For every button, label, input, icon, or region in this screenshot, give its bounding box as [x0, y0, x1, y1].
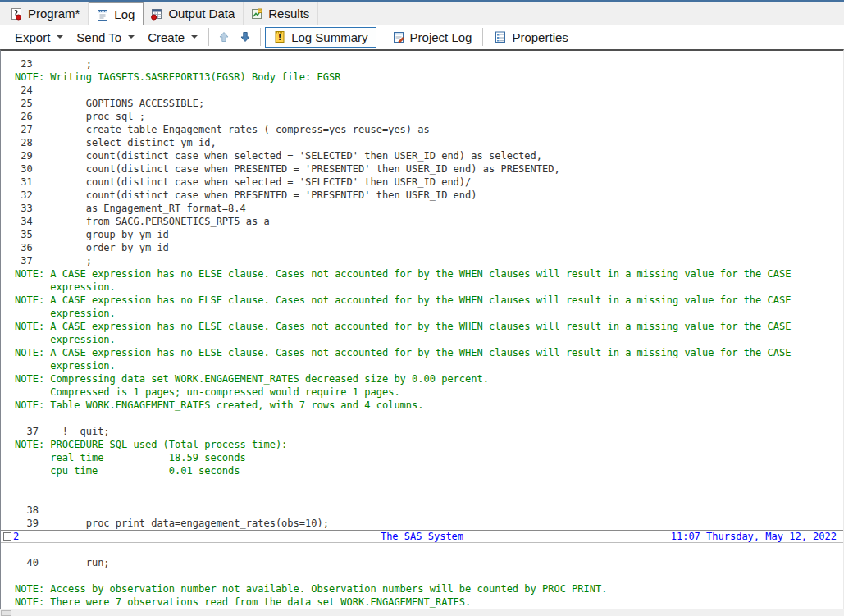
up-arrow-icon — [217, 30, 230, 43]
log-line: 35 group by ym_id — [1, 228, 843, 241]
toolbar-separator — [482, 28, 483, 46]
log-line: 30 count(distinct case when PRESENTED = … — [1, 162, 843, 176]
log-line: 27 create table Engagement_rates ( compr… — [1, 123, 843, 136]
log-line: NOTE: A CASE expression has no ELSE clau… — [1, 346, 843, 359]
log-line: 40 run; — [1, 556, 843, 569]
log-line: expression. — [1, 281, 843, 294]
log-line: Compressed is 1 pages; un-compressed wou… — [1, 386, 843, 399]
toolbar-separator — [381, 28, 381, 46]
chevron-down-icon — [57, 35, 63, 39]
log-line: 39 proc print data=engagement_rates(obs=… — [1, 517, 843, 530]
log-line: NOTE: A CASE expression has no ELSE clau… — [1, 294, 843, 307]
log-line: 23 ; — [1, 57, 843, 71]
log-line: NOTE: There were 7 observations read fro… — [1, 595, 843, 609]
tab-program[interactable]: Program* — [3, 2, 89, 25]
warning-note-icon: ! — [273, 30, 286, 43]
log-line: NOTE: Table WORK.ENGAGEMENT_RATES create… — [1, 399, 843, 412]
horizontal-scrollbar[interactable] — [0, 609, 844, 616]
log-line: expression. — [1, 333, 843, 346]
log-line: 37 ; — [1, 254, 843, 267]
output-data-icon — [150, 7, 163, 21]
send-to-button[interactable]: Send To — [70, 27, 141, 48]
log-line: NOTE: A CASE expression has no ELSE clau… — [1, 320, 843, 333]
log-line: expression. — [1, 359, 843, 372]
log-line: NOTE: Access by observation number not a… — [1, 582, 843, 595]
log-line: NOTE: A CASE expression has no ELSE clau… — [1, 267, 843, 281]
log-line: 33 as Engagement_RT format=8.4 — [1, 202, 843, 215]
export-button[interactable]: Export — [8, 27, 70, 48]
log-line: expression. — [1, 307, 843, 320]
program-icon — [10, 7, 23, 21]
tab-log-label: Log — [114, 7, 135, 21]
log-line: 25 GOPTIONS ACCESSIBLE; — [1, 97, 843, 110]
log-line: 24 — [1, 84, 843, 97]
down-arrow-icon — [239, 30, 252, 43]
page-break-row: 2The SAS System11:07 Thursday, May 12, 2… — [1, 530, 843, 543]
log-line: real time 18.59 seconds — [1, 451, 843, 464]
log-line: 29 count(distinct case when selected = '… — [1, 149, 843, 162]
log-line — [1, 569, 843, 582]
toolbar-separator — [208, 28, 209, 46]
log-line: 31 count(distinct case when selected = '… — [1, 176, 843, 189]
log-line: 32 count(distinct case when PRESENTED = … — [1, 189, 843, 202]
create-button-label: Create — [148, 30, 185, 44]
log-line: NOTE: PROCEDURE SQL used (Total process … — [1, 438, 843, 451]
next-item-button[interactable] — [235, 27, 256, 47]
log-line: cpu time 0.01 seconds — [1, 464, 843, 477]
log-summary-toggle-button[interactable]: ! Log Summary — [265, 27, 376, 48]
project-log-button[interactable]: Project Log — [386, 27, 479, 48]
log-line — [1, 543, 843, 556]
log-line: NOTE: Writing TAGSETS.SASREPORT13(EGSR) … — [1, 71, 843, 84]
send-to-button-label: Send To — [76, 30, 121, 44]
log-line — [1, 477, 843, 491]
page-header-timestamp: 11:07 Thursday, May 12, 2022 — [671, 532, 837, 542]
export-button-label: Export — [15, 30, 50, 44]
svg-text:!: ! — [278, 33, 282, 42]
create-button[interactable]: Create — [141, 27, 204, 48]
tab-program-label: Program* — [28, 7, 80, 21]
tab-log[interactable]: Log — [89, 2, 144, 25]
project-log-icon — [392, 30, 405, 43]
log-icon — [96, 8, 109, 21]
document-tab-bar: Program* Log Output Data — [0, 0, 844, 25]
log-line: 28 select distinct ym_id, — [1, 136, 843, 149]
properties-button[interactable]: Properties — [487, 27, 574, 48]
log-line: NOTE: Compressing data set WORK.ENGAGEME… — [1, 372, 843, 386]
log-toolbar: Export Send To Create ! — [0, 25, 844, 49]
log-content[interactable]: 23 ;NOTE: Writing TAGSETS.SASREPORT13(EG… — [0, 49, 844, 609]
properties-icon — [494, 30, 507, 43]
collapse-section-icon[interactable] — [3, 532, 11, 541]
log-line — [1, 491, 843, 504]
page-number: 2 — [13, 532, 19, 542]
tab-output-data[interactable]: Output Data — [144, 2, 244, 25]
page-header-title: The SAS System — [381, 532, 463, 542]
log-line: 34 from SACG.PERSONETICS_RPT5 as a — [1, 215, 843, 228]
log-line: 36 order by ym_id — [1, 241, 843, 254]
log-line: 26 proc sql ; — [1, 110, 843, 123]
previous-item-button[interactable] — [213, 27, 235, 47]
properties-label: Properties — [512, 30, 568, 44]
tab-results-label: Results — [268, 7, 309, 21]
toolbar-separator — [260, 28, 261, 46]
tab-results[interactable]: Results — [244, 2, 318, 25]
log-line: 38 — [1, 504, 843, 517]
log-line — [1, 412, 843, 425]
chevron-down-icon — [191, 35, 198, 39]
results-icon — [250, 7, 263, 21]
log-summary-label: Log Summary — [291, 30, 367, 44]
log-line: 37 ! quit; — [1, 425, 843, 438]
chevron-down-icon — [128, 35, 135, 39]
project-log-label: Project Log — [410, 30, 472, 44]
tab-output-data-label: Output Data — [168, 7, 235, 21]
scrollbar-left-arrow-button[interactable] — [1, 610, 11, 616]
